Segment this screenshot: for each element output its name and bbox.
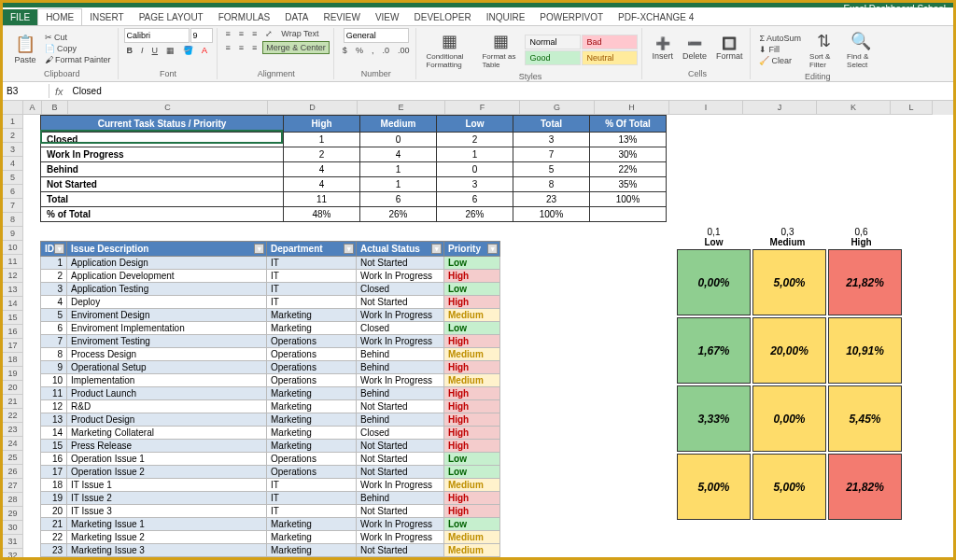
row-header[interactable]: 27 [3, 479, 23, 493]
issue-id[interactable]: 13 [41, 413, 67, 427]
table-row[interactable]: 3Application TestingITClosedLow [41, 283, 500, 296]
issue-desc[interactable]: Application Testing [67, 283, 267, 296]
summary-cell[interactable]: 13% [590, 133, 667, 147]
issue-dept[interactable]: IT [267, 270, 357, 283]
table-row[interactable]: 1Application DesignITNot StartedLow [41, 257, 500, 270]
fill-button[interactable]: ⬇Fill [756, 44, 804, 55]
tab-file[interactable]: FILE [3, 9, 37, 25]
merge-center-button[interactable]: Merge & Center [262, 41, 330, 54]
issue-priority[interactable]: High [444, 361, 500, 374]
issue-id[interactable]: 2 [41, 270, 67, 283]
issue-id[interactable]: 6 [41, 322, 67, 335]
font-size-select[interactable] [190, 28, 213, 43]
table-row[interactable]: 18IT Issue 1ITWork In ProgressMedium [41, 479, 500, 492]
heatmap-cell[interactable]: 5,00% [752, 454, 826, 520]
tab-insert[interactable]: INSERT [82, 9, 132, 25]
row-header[interactable]: 19 [3, 367, 23, 381]
issue-dept[interactable]: Operations [267, 335, 357, 348]
filter-dropdown-icon[interactable]: ▾ [54, 244, 64, 254]
summary-cell[interactable]: 23 [513, 192, 590, 207]
format-painter-button[interactable]: 🖌Format Painter [42, 54, 114, 65]
style-good[interactable]: Good [525, 50, 581, 65]
heatmap-cell[interactable]: 21,82% [828, 454, 902, 520]
issue-desc[interactable]: Operation Issue 2 [67, 466, 267, 479]
find-select-button[interactable]: 🔍Find & Select [843, 28, 879, 71]
align-top-button[interactable]: ≡ [223, 28, 233, 39]
summary-cell[interactable]: 3 [513, 133, 590, 147]
align-mid-button[interactable]: ≡ [236, 28, 246, 39]
heatmap-cell[interactable]: 5,00% [752, 249, 826, 315]
inc-decimal-button[interactable]: .0 [379, 45, 392, 56]
issue-desc[interactable]: Operation Issue 1 [67, 453, 267, 466]
heatmap-cell[interactable]: 21,82% [828, 249, 902, 315]
issue-status[interactable]: Behind [357, 361, 444, 374]
issue-status[interactable]: Behind [357, 387, 444, 400]
row-header[interactable]: 14 [3, 297, 23, 311]
font-name-select[interactable] [124, 28, 190, 43]
issue-id[interactable]: 16 [41, 453, 67, 466]
row-header[interactable]: 7 [3, 199, 23, 213]
issue-desc[interactable]: Marketing Issue 1 [67, 518, 267, 531]
table-row[interactable]: 10ImplementationOperationsWork In Progre… [41, 374, 500, 387]
issue-priority[interactable]: Low [444, 518, 500, 531]
table-row[interactable]: 9Operational SetupOperationsBehindHigh [41, 361, 500, 374]
issue-dept[interactable]: IT [267, 479, 357, 492]
issue-priority[interactable]: High [444, 270, 500, 283]
col-header[interactable]: L [891, 101, 933, 115]
summary-cell[interactable]: 100% [590, 192, 667, 207]
row-header[interactable]: 24 [3, 437, 23, 451]
tab-view[interactable]: VIEW [368, 9, 407, 25]
tab-inquire[interactable]: INQUIRE [479, 9, 533, 25]
align-bot-button[interactable]: ≡ [249, 28, 260, 39]
format-cells-button[interactable]: 🔲Format [712, 35, 747, 63]
wrap-text-button[interactable]: Wrap Text [278, 28, 321, 39]
issue-desc[interactable]: Application Design [67, 257, 267, 270]
issue-priority[interactable]: Low [444, 283, 500, 296]
table-row[interactable]: 5Enviroment DesignMarketingWork In Progr… [41, 309, 500, 322]
issues-header[interactable]: Department▾ [267, 242, 357, 257]
issue-desc[interactable]: IT Issue 1 [67, 479, 267, 492]
issue-desc[interactable]: Product Launch [67, 387, 267, 400]
heatmap-cell[interactable]: 0,00% [677, 249, 751, 315]
issue-status[interactable]: Not Started [357, 440, 444, 453]
col-header[interactable]: I [669, 101, 743, 115]
issue-id[interactable]: 3 [41, 283, 67, 296]
issue-status[interactable]: Not Started [357, 544, 444, 557]
summary-cell[interactable]: 4 [284, 177, 360, 192]
tab-pdf-xchange-4[interactable]: PDF-XChange 4 [611, 9, 701, 25]
tab-data[interactable]: DATA [277, 9, 316, 25]
align-right-button[interactable]: ≡ [249, 41, 260, 54]
summary-cell[interactable]: 6 [360, 192, 437, 207]
issue-status[interactable]: Work In Progress [357, 309, 444, 322]
summary-cell[interactable]: 6 [437, 192, 513, 207]
summary-cell[interactable]: 3 [437, 177, 513, 192]
col-header[interactable]: C [68, 101, 268, 115]
row-header[interactable]: 25 [3, 451, 23, 465]
issue-status[interactable]: Not Started [357, 296, 444, 309]
comma-button[interactable]: , [369, 45, 377, 56]
summary-cell[interactable]: 7 [513, 147, 590, 162]
table-row[interactable]: 8Process DesignOperationsBehindMedium [41, 348, 500, 361]
row-header[interactable]: 30 [3, 521, 23, 535]
table-row[interactable]: 13Product DesignMarketingBehindHigh [41, 413, 500, 427]
number-format-select[interactable] [344, 28, 409, 43]
issue-id[interactable]: 8 [41, 348, 67, 361]
row-header[interactable]: 6 [3, 185, 23, 199]
issue-desc[interactable]: Marketing Issue 2 [67, 531, 267, 544]
summary-cell[interactable]: 1 [360, 177, 437, 192]
autosum-button[interactable]: ΣAutoSum [756, 33, 804, 44]
issue-desc[interactable]: Enviroment Implementation [67, 322, 267, 335]
issue-desc[interactable]: Press Release [67, 440, 267, 453]
issue-status[interactable]: Not Started [357, 505, 444, 518]
row-header[interactable]: 29 [3, 507, 23, 521]
summary-cell[interactable]: 1 [360, 162, 437, 177]
issue-desc[interactable]: Enviroment Design [67, 309, 267, 322]
issue-dept[interactable]: Marketing [267, 309, 357, 322]
issue-desc[interactable]: Deploy [67, 296, 267, 309]
table-row[interactable]: 11Product LaunchMarketingBehindHigh [41, 387, 500, 400]
issue-dept[interactable]: Marketing [267, 440, 357, 453]
summary-cell[interactable]: 35% [590, 177, 667, 192]
filter-dropdown-icon[interactable]: ▾ [487, 244, 498, 254]
row-header[interactable]: 9 [3, 227, 23, 241]
summary-cell[interactable]: 100% [513, 207, 590, 222]
